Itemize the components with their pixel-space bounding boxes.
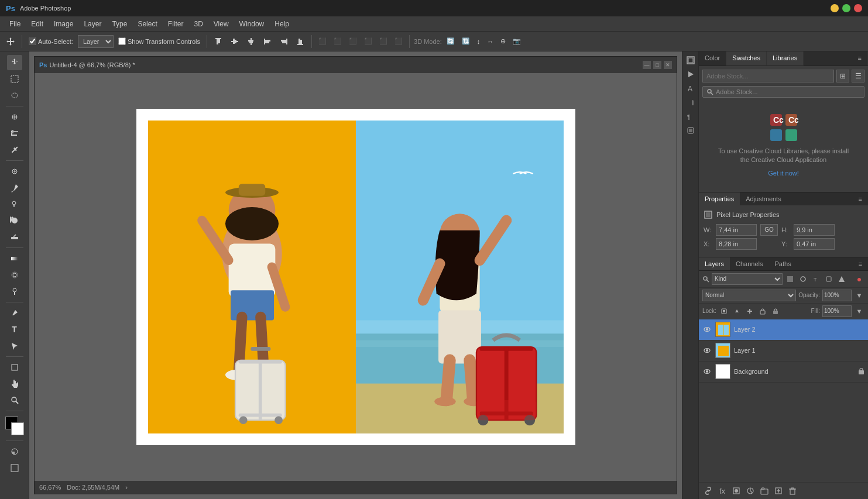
menu-file[interactable]: File — [5, 18, 25, 30]
align-left-btn[interactable] — [260, 36, 275, 47]
close-button[interactable] — [854, 4, 862, 12]
align-vcenter-btn[interactable] — [228, 36, 242, 47]
menu-window[interactable]: Window — [235, 18, 269, 30]
marquee-tool[interactable] — [7, 71, 22, 87]
crop-tool[interactable] — [7, 126, 22, 141]
tab-properties[interactable]: Properties — [699, 192, 740, 205]
vert-type-icon[interactable]: A — [684, 82, 697, 95]
layer-filter-shape[interactable] — [824, 274, 834, 284]
3d-btn4[interactable]: ↔ — [485, 37, 496, 46]
screen-mode-btn[interactable] — [7, 460, 22, 476]
vert-play-icon[interactable] — [684, 68, 697, 81]
libraries-grid-view[interactable]: ⊞ — [836, 70, 849, 82]
layer-item-background[interactable]: Background — [699, 362, 868, 383]
vert-history-icon[interactable]: ¶ — [684, 110, 697, 123]
quick-mask-btn[interactable] — [7, 444, 22, 459]
zoom-tool[interactable] — [7, 393, 22, 408]
align-top-btn[interactable] — [211, 36, 225, 47]
menu-layer[interactable]: Layer — [79, 18, 106, 30]
new-layer-btn[interactable] — [773, 485, 784, 497]
opacity-input[interactable] — [822, 290, 852, 301]
libraries-search[interactable] — [702, 70, 834, 82]
eraser-tool[interactable] — [7, 229, 22, 245]
align-right-btn[interactable] — [277, 36, 291, 47]
autoselect-type-select[interactable]: Layer Group — [78, 35, 114, 48]
lock-all-btn[interactable] — [770, 306, 781, 316]
add-mask-btn[interactable] — [730, 485, 742, 497]
doc-window-controls[interactable]: — □ ✕ — [643, 61, 672, 69]
tab-swatches[interactable]: Swatches — [726, 51, 767, 66]
status-arrow[interactable]: › — [125, 484, 128, 491]
path-select-tool[interactable] — [7, 338, 22, 353]
delete-layer-btn[interactable] — [787, 485, 798, 497]
y-input[interactable] — [794, 238, 835, 250]
align-bottom-btn[interactable] — [293, 36, 307, 47]
blur-tool[interactable] — [7, 267, 22, 283]
vert-info-icon[interactable] — [684, 124, 697, 137]
shape-tool[interactable] — [7, 360, 22, 375]
tab-layers[interactable]: Layers — [699, 257, 730, 270]
3d-btn1[interactable]: 🔄 — [444, 36, 457, 46]
dist-top-btn[interactable]: ⬛ — [316, 36, 329, 46]
stamp-tool[interactable] — [7, 197, 22, 212]
layers-panel-menu[interactable]: ≡ — [855, 259, 866, 269]
align-hcenter-btn[interactable] — [244, 36, 258, 47]
panel-menu-btn[interactable]: ≡ — [852, 51, 868, 66]
x-input[interactable] — [716, 238, 757, 250]
minimize-button[interactable] — [831, 4, 839, 12]
lock-pixels-btn[interactable] — [719, 306, 729, 316]
show-transform-checkbox[interactable]: Show Transform Controls — [116, 36, 203, 46]
tab-paths[interactable]: Paths — [769, 257, 797, 270]
3d-btn6[interactable]: 📷 — [510, 36, 523, 46]
menu-edit[interactable]: Edit — [26, 18, 48, 30]
lasso-tool[interactable] — [7, 88, 22, 103]
type-tool[interactable]: T — [7, 322, 22, 337]
fill-arrow[interactable]: ▼ — [854, 306, 864, 316]
hand-tool[interactable] — [7, 376, 22, 391]
kind-select[interactable]: Kind — [712, 273, 783, 285]
layer-filter-pixel[interactable] — [785, 274, 795, 284]
add-style-btn[interactable]: fx — [716, 485, 728, 497]
menu-help[interactable]: Help — [270, 18, 294, 30]
menu-image[interactable]: Image — [49, 18, 78, 30]
doc-minimize[interactable]: — — [643, 61, 651, 69]
link-layers-btn[interactable] — [702, 485, 714, 497]
menu-view[interactable]: View — [209, 18, 234, 30]
lock-position-btn[interactable] — [745, 306, 755, 316]
dist-vcenter-btn[interactable]: ⬛ — [331, 36, 344, 46]
dist-bottom-btn[interactable]: ⬛ — [392, 36, 405, 46]
properties-menu[interactable]: ≡ — [853, 192, 868, 205]
dist-left-btn[interactable]: ⬛ — [362, 36, 375, 46]
tab-libraries[interactable]: Libraries — [767, 51, 804, 66]
move-tool-btn[interactable] — [4, 36, 18, 47]
color-picker[interactable] — [5, 417, 24, 435]
layer-filter-smart[interactable] — [836, 274, 847, 284]
lock-paint-btn[interactable] — [732, 306, 742, 316]
vert-para-icon[interactable] — [684, 96, 697, 109]
dist-hcenter-btn[interactable]: ⬛ — [346, 36, 359, 46]
dist-right-btn[interactable]: ⬛ — [377, 36, 390, 46]
layer-item-1[interactable]: Layer 1 — [699, 340, 868, 362]
libraries-list-view[interactable]: ☰ — [852, 70, 864, 82]
visibility-background[interactable] — [702, 367, 712, 376]
tab-color[interactable]: Color — [699, 51, 726, 66]
3d-btn5[interactable]: ⊕ — [498, 36, 508, 46]
menu-filter[interactable]: Filter — [163, 18, 188, 30]
quick-select-tool[interactable] — [7, 109, 22, 125]
brush-tool[interactable] — [7, 180, 22, 195]
autoselect-checkbox[interactable]: Auto-Select: — [26, 36, 76, 46]
eyedropper-tool[interactable] — [7, 142, 22, 157]
tab-channels[interactable]: Channels — [730, 257, 768, 270]
dodge-tool[interactable] — [7, 284, 22, 299]
new-adjustment-btn[interactable] — [745, 485, 756, 497]
gradient-tool[interactable] — [7, 251, 22, 266]
tab-adjustments[interactable]: Adjustments — [740, 192, 787, 205]
new-group-btn[interactable] — [759, 485, 770, 497]
fill-input[interactable] — [822, 305, 852, 317]
menu-type[interactable]: Type — [107, 18, 132, 30]
move-tool[interactable] — [7, 55, 22, 70]
layer-item-2[interactable]: Layer 2 — [699, 319, 868, 340]
vert-artboard-icon[interactable] — [684, 54, 697, 67]
layer-filter-toggle[interactable]: ● — [854, 274, 864, 284]
3d-btn2[interactable]: 🔃 — [459, 36, 472, 46]
